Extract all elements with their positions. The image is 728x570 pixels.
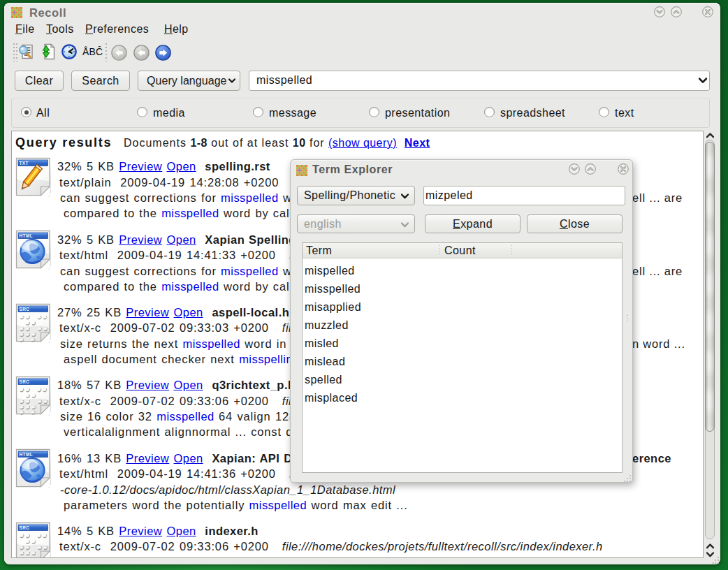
svg-text:HTML: HTML [20, 233, 34, 238]
svg-text:TXT: TXT [20, 161, 29, 166]
svg-text:SRC: SRC [20, 379, 30, 384]
svg-text:SRC: SRC [20, 306, 30, 311]
svg-text:SRC: SRC [20, 525, 30, 529]
svg-text:HTML: HTML [20, 452, 34, 457]
